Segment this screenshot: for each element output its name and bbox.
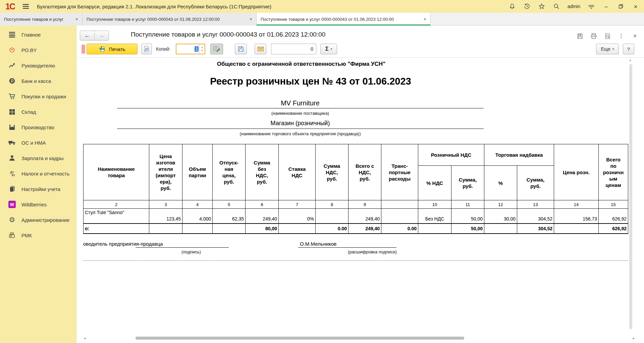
header-cell: Всего по розничн ым ценам (599, 144, 628, 200)
more-button[interactable]: Еще ▾ (596, 44, 619, 54)
group-header-cell: Торговая надбавка (484, 144, 554, 166)
counter-value: 0 (311, 46, 313, 52)
window-minimize-button[interactable]: – (602, 3, 610, 10)
print-icon[interactable] (590, 32, 597, 40)
help-button-label: ? (627, 46, 630, 52)
counter-input[interactable]: 0 (271, 44, 316, 54)
sidebar-item-label: Настройки учета (21, 186, 60, 192)
search-icon[interactable] (553, 3, 560, 10)
preview-icon[interactable] (604, 32, 611, 40)
header-cell: Сумма без НДС, руб. (246, 144, 279, 200)
horizontal-scrollbar[interactable]: ◄ ► (83, 336, 635, 341)
vertical-scrollbar-thumb[interactable] (629, 64, 632, 329)
store-underline (117, 129, 484, 129)
service-menu-icon[interactable] (588, 3, 595, 10)
spin-up-icon[interactable]: ▲ (201, 46, 203, 48)
header-cell: Транс- портные расходы (381, 144, 418, 200)
tab-close-icon[interactable]: × (75, 16, 78, 22)
debit-credit-icon: ДтКт (8, 170, 16, 177)
save-icon[interactable] (576, 32, 584, 40)
print-button[interactable]: Печать (87, 44, 138, 54)
sidebar-item-accounting-settings[interactable]: Настройки учета (0, 181, 76, 197)
signature-left-line (136, 247, 229, 248)
sidebar-item-warehouse[interactable]: Склад (0, 104, 76, 119)
total-cell: 0.00 (316, 224, 348, 234)
tab-receipt-document-2-active[interactable]: Поступление товаров и услуг 0000-000043 … (257, 13, 431, 26)
grid-pencil-icon (213, 46, 220, 52)
save-file-button[interactable] (235, 44, 247, 54)
total-cell (418, 224, 451, 234)
notifications-bell-icon[interactable] (508, 3, 516, 10)
sidebar-item-label: Администрирование (21, 217, 69, 223)
data-cell: 156,73 (554, 209, 599, 224)
data-cell (381, 209, 418, 224)
tab-receipt-list[interactable]: Поступление товаров и услуг × (0, 13, 83, 26)
window-close-button[interactable]: × (632, 3, 639, 10)
vertical-scrollbar[interactable]: ▲ (629, 57, 633, 336)
page-break-dashed-line (83, 260, 628, 261)
column-number: 14 (554, 200, 599, 209)
header-cell: Цена изготов ителя (импорт ера), руб. (149, 144, 182, 200)
sidebar-item-po-by[interactable]: РО.BY (0, 42, 76, 58)
history-icon[interactable] (523, 3, 531, 10)
help-button[interactable]: ? (623, 44, 634, 54)
sidebar-item-label: Производство (21, 125, 54, 130)
header-cell: Отпуск- ная цена, руб. (213, 144, 246, 200)
print-preview-button[interactable] (141, 44, 152, 54)
sidebar-item-salary-hr[interactable]: Зарплата и кадры (0, 150, 76, 166)
sidebar-item-bank-cash[interactable]: Банк и касса (0, 73, 76, 89)
main-menu-hamburger-icon[interactable] (22, 3, 30, 9)
header-cell: % (484, 166, 517, 200)
sidebar-item-purchases-sales[interactable]: Покупки и продажи (0, 89, 76, 104)
copies-spinner[interactable]: ▲ ▼ (199, 44, 205, 54)
splitter-handle[interactable] (82, 45, 85, 54)
more-button-label: Еще (601, 46, 610, 52)
forward-button[interactable]: → (95, 31, 109, 40)
column-number: 15 (599, 200, 628, 209)
column-number (381, 200, 418, 209)
close-form-icon[interactable]: × (631, 32, 639, 40)
title-bar: 1С Бухгалтерия для Беларуси, редакция 2.… (0, 0, 644, 13)
tab-label: Поступление товаров и услуг 0000-000043 … (261, 17, 394, 22)
scroll-left-icon[interactable]: ◄ (83, 337, 86, 340)
data-cell: 626,92 (599, 209, 628, 224)
send-email-button[interactable] (255, 44, 266, 54)
window-restore-button[interactable] (617, 3, 625, 10)
data-cell: 249,40 (246, 209, 279, 224)
spreadsheet-document-view: Общество с ограниченной ответственностью… (76, 57, 644, 341)
header-cell: % НДС (418, 166, 451, 200)
sidebar-item-administration[interactable]: ⚙ Администрирование (0, 212, 76, 228)
sidebar-item-fixed-assets[interactable]: ОС и НМА (0, 135, 76, 150)
more-actions-icon[interactable]: ⋮ (618, 32, 625, 40)
sidebar-item-main[interactable]: Главное (0, 27, 76, 42)
register-title: Реестр розничных цен № 43 от 01.06.2023 (176, 76, 445, 87)
sidebar-item-manager[interactable]: Руководителю (0, 58, 76, 73)
header-cell: Всего с НДС, руб. (348, 144, 381, 200)
header-cell: Наименование товара (84, 144, 149, 200)
back-button[interactable]: ← (80, 31, 95, 40)
scroll-right-icon[interactable]: ► (632, 337, 635, 340)
sidebar-item-label: Покупки и продажи (21, 94, 66, 99)
sidebar-item-rmk[interactable]: РМК (0, 228, 76, 243)
column-number: 10 (418, 200, 451, 209)
sidebar-item-production[interactable]: Производство (0, 119, 76, 135)
data-cell: 304,52 (517, 209, 554, 224)
copies-input[interactable]: 1 ▲ ▼ (176, 44, 205, 54)
favorites-star-icon[interactable] (538, 3, 545, 10)
header-cell: Объем партии (182, 144, 213, 200)
column-numbers-row: 2 3 4 5 6 7 8 9 10 11 12 13 14 15 (84, 200, 628, 209)
scroll-up-icon[interactable]: ▲ (629, 59, 632, 62)
edit-table-button[interactable] (210, 44, 223, 54)
sum-button[interactable]: Σ ▾ (320, 44, 337, 54)
sidebar-item-label: ОС и НМА (21, 140, 46, 146)
sidebar-item-wildberries[interactable]: W Wildberries (0, 197, 76, 212)
tab-close-icon[interactable]: × (250, 16, 252, 22)
horizontal-scrollbar-thumb[interactable] (136, 337, 464, 340)
sidebar-item-label: Склад (21, 109, 36, 115)
sidebar-item-taxes-reports[interactable]: ДтКт Налоги и отчетность (0, 166, 76, 181)
spin-down-icon[interactable]: ▼ (201, 50, 203, 52)
tab-close-icon[interactable]: × (424, 16, 426, 22)
menu-lines-icon (8, 31, 16, 38)
tab-receipt-document-1[interactable]: Поступление товаров и услуг 0000-000043 … (83, 13, 257, 26)
current-user-label[interactable]: admin (568, 4, 580, 9)
